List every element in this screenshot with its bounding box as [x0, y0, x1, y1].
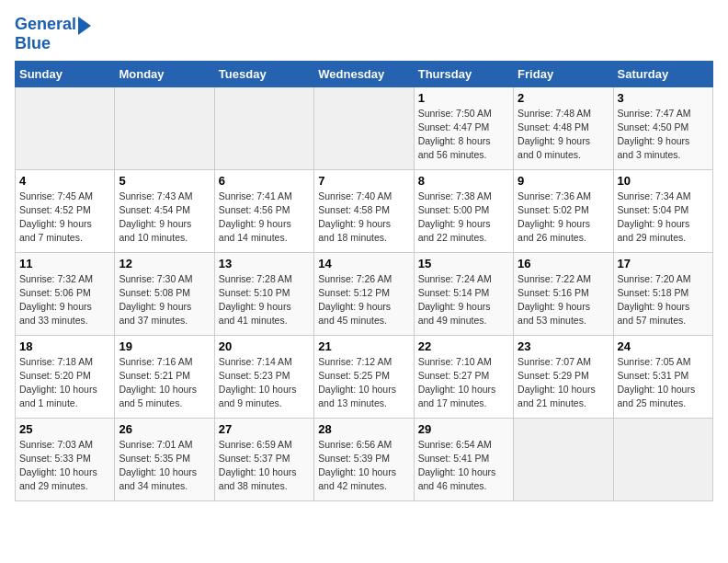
day-number: 24	[618, 339, 709, 353]
day-number: 8	[418, 174, 509, 188]
day-info: Sunrise: 7:32 AM Sunset: 5:06 PM Dayligh…	[19, 272, 110, 328]
logo: General Blue	[15, 15, 91, 53]
calendar-cell: 21Sunrise: 7:12 AM Sunset: 5:25 PM Dayli…	[314, 335, 414, 418]
day-info: Sunrise: 7:48 AM Sunset: 4:48 PM Dayligh…	[518, 107, 609, 163]
calendar-cell: 9Sunrise: 7:36 AM Sunset: 5:02 PM Daylig…	[514, 169, 613, 252]
day-number: 26	[119, 422, 210, 436]
calendar-cell: 5Sunrise: 7:43 AM Sunset: 4:54 PM Daylig…	[115, 169, 214, 252]
day-header-friday: Friday	[514, 61, 613, 86]
day-number: 17	[618, 257, 709, 270]
day-header-row: SundayMondayTuesdayWednesdayThursdayFrid…	[16, 61, 713, 86]
day-number: 6	[219, 174, 310, 188]
day-info: Sunrise: 6:54 AM Sunset: 5:41 PM Dayligh…	[418, 438, 509, 494]
calendar-cell: 20Sunrise: 7:14 AM Sunset: 5:23 PM Dayli…	[214, 335, 313, 418]
calendar-table: SundayMondayTuesdayWednesdayThursdayFrid…	[15, 61, 713, 501]
calendar-cell: 6Sunrise: 7:41 AM Sunset: 4:56 PM Daylig…	[214, 169, 313, 252]
day-header-monday: Monday	[115, 61, 214, 86]
day-number: 21	[318, 339, 409, 353]
day-info: Sunrise: 7:05 AM Sunset: 5:31 PM Dayligh…	[618, 355, 709, 411]
calendar-cell: 7Sunrise: 7:40 AM Sunset: 4:58 PM Daylig…	[314, 169, 414, 252]
day-info: Sunrise: 7:50 AM Sunset: 4:47 PM Dayligh…	[418, 107, 509, 163]
day-info: Sunrise: 7:20 AM Sunset: 5:18 PM Dayligh…	[618, 272, 709, 328]
day-info: Sunrise: 6:59 AM Sunset: 5:37 PM Dayligh…	[219, 438, 310, 494]
calendar-cell: 13Sunrise: 7:28 AM Sunset: 5:10 PM Dayli…	[214, 252, 313, 335]
day-info: Sunrise: 7:26 AM Sunset: 5:12 PM Dayligh…	[318, 272, 409, 328]
calendar-cell: 25Sunrise: 7:03 AM Sunset: 5:33 PM Dayli…	[16, 418, 115, 500]
day-info: Sunrise: 7:38 AM Sunset: 5:00 PM Dayligh…	[418, 190, 509, 246]
calendar-body: 1Sunrise: 7:50 AM Sunset: 4:47 PM Daylig…	[16, 86, 713, 500]
calendar-cell: 28Sunrise: 6:56 AM Sunset: 5:39 PM Dayli…	[314, 418, 414, 500]
calendar-cell	[613, 418, 712, 500]
day-number: 14	[318, 257, 409, 270]
logo-text-blue: Blue	[15, 35, 51, 53]
day-info: Sunrise: 7:22 AM Sunset: 5:16 PM Dayligh…	[518, 272, 609, 328]
day-info: Sunrise: 7:40 AM Sunset: 4:58 PM Dayligh…	[318, 190, 409, 246]
day-number: 3	[618, 91, 709, 105]
day-number: 23	[518, 339, 609, 353]
calendar-cell: 26Sunrise: 7:01 AM Sunset: 5:35 PM Dayli…	[115, 418, 214, 500]
day-info: Sunrise: 7:07 AM Sunset: 5:29 PM Dayligh…	[518, 355, 609, 411]
day-number: 19	[119, 339, 210, 353]
day-number: 27	[219, 422, 310, 436]
calendar-cell: 16Sunrise: 7:22 AM Sunset: 5:16 PM Dayli…	[514, 252, 613, 335]
week-row-1: 1Sunrise: 7:50 AM Sunset: 4:47 PM Daylig…	[16, 86, 713, 169]
day-number: 9	[518, 174, 609, 188]
calendar-cell: 1Sunrise: 7:50 AM Sunset: 4:47 PM Daylig…	[414, 86, 513, 169]
day-info: Sunrise: 7:36 AM Sunset: 5:02 PM Dayligh…	[518, 190, 609, 246]
calendar-cell: 15Sunrise: 7:24 AM Sunset: 5:14 PM Dayli…	[414, 252, 513, 335]
calendar-cell: 2Sunrise: 7:48 AM Sunset: 4:48 PM Daylig…	[514, 86, 613, 169]
calendar-cell: 22Sunrise: 7:10 AM Sunset: 5:27 PM Dayli…	[414, 335, 513, 418]
day-info: Sunrise: 7:12 AM Sunset: 5:25 PM Dayligh…	[318, 355, 409, 411]
day-header-saturday: Saturday	[613, 61, 712, 86]
calendar-header: SundayMondayTuesdayWednesdayThursdayFrid…	[16, 61, 713, 86]
calendar-cell: 14Sunrise: 7:26 AM Sunset: 5:12 PM Dayli…	[314, 252, 414, 335]
calendar-cell: 23Sunrise: 7:07 AM Sunset: 5:29 PM Dayli…	[514, 335, 613, 418]
calendar-cell: 29Sunrise: 6:54 AM Sunset: 5:41 PM Dayli…	[414, 418, 513, 500]
day-info: Sunrise: 7:45 AM Sunset: 4:52 PM Dayligh…	[19, 190, 110, 246]
day-info: Sunrise: 7:28 AM Sunset: 5:10 PM Dayligh…	[219, 272, 310, 328]
calendar-cell	[115, 86, 214, 169]
calendar-cell: 17Sunrise: 7:20 AM Sunset: 5:18 PM Dayli…	[613, 252, 712, 335]
day-info: Sunrise: 7:41 AM Sunset: 4:56 PM Dayligh…	[219, 190, 310, 246]
calendar-cell	[514, 418, 613, 500]
calendar-cell	[314, 86, 414, 169]
calendar-cell: 8Sunrise: 7:38 AM Sunset: 5:00 PM Daylig…	[414, 169, 513, 252]
day-info: Sunrise: 7:43 AM Sunset: 4:54 PM Dayligh…	[119, 190, 210, 246]
week-row-4: 18Sunrise: 7:18 AM Sunset: 5:20 PM Dayli…	[16, 335, 713, 418]
day-info: Sunrise: 7:34 AM Sunset: 5:04 PM Dayligh…	[618, 190, 709, 246]
day-info: Sunrise: 7:10 AM Sunset: 5:27 PM Dayligh…	[418, 355, 509, 411]
day-info: Sunrise: 7:16 AM Sunset: 5:21 PM Dayligh…	[119, 355, 210, 411]
calendar-cell: 3Sunrise: 7:47 AM Sunset: 4:50 PM Daylig…	[613, 86, 712, 169]
day-info: Sunrise: 7:30 AM Sunset: 5:08 PM Dayligh…	[119, 272, 210, 328]
day-header-sunday: Sunday	[16, 61, 115, 86]
day-info: Sunrise: 7:24 AM Sunset: 5:14 PM Dayligh…	[418, 272, 509, 328]
week-row-2: 4Sunrise: 7:45 AM Sunset: 4:52 PM Daylig…	[16, 169, 713, 252]
day-number: 18	[19, 339, 110, 353]
day-info: Sunrise: 6:56 AM Sunset: 5:39 PM Dayligh…	[318, 438, 409, 494]
day-number: 1	[418, 91, 509, 105]
calendar-cell	[214, 86, 313, 169]
day-number: 12	[119, 257, 210, 270]
day-number: 13	[219, 257, 310, 270]
day-number: 22	[418, 339, 509, 353]
day-number: 15	[418, 257, 509, 270]
calendar-cell: 10Sunrise: 7:34 AM Sunset: 5:04 PM Dayli…	[613, 169, 712, 252]
logo-text-general: General	[15, 16, 76, 34]
day-info: Sunrise: 7:18 AM Sunset: 5:20 PM Dayligh…	[19, 355, 110, 411]
day-info: Sunrise: 7:47 AM Sunset: 4:50 PM Dayligh…	[618, 107, 709, 163]
day-header-thursday: Thursday	[414, 61, 513, 86]
day-number: 20	[219, 339, 310, 353]
calendar-cell	[16, 86, 115, 169]
page-header: General Blue	[15, 15, 713, 53]
calendar-cell: 12Sunrise: 7:30 AM Sunset: 5:08 PM Dayli…	[115, 252, 214, 335]
day-info: Sunrise: 7:14 AM Sunset: 5:23 PM Dayligh…	[219, 355, 310, 411]
calendar-cell: 4Sunrise: 7:45 AM Sunset: 4:52 PM Daylig…	[16, 169, 115, 252]
day-number: 11	[19, 257, 110, 270]
week-row-5: 25Sunrise: 7:03 AM Sunset: 5:33 PM Dayli…	[16, 418, 713, 500]
calendar-cell: 11Sunrise: 7:32 AM Sunset: 5:06 PM Dayli…	[16, 252, 115, 335]
day-number: 2	[518, 91, 609, 105]
day-header-tuesday: Tuesday	[214, 61, 313, 86]
day-number: 7	[318, 174, 409, 188]
day-number: 4	[19, 174, 110, 188]
day-number: 25	[19, 422, 110, 436]
